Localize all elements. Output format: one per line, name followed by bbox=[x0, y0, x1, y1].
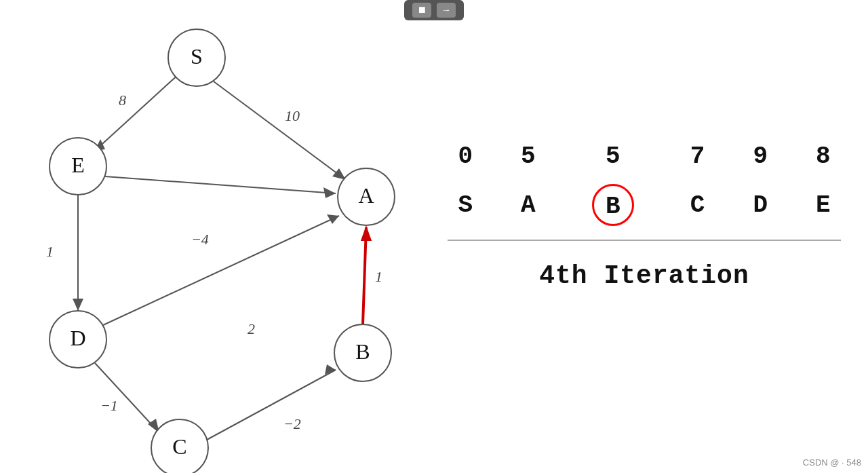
node-row: S A B C D E bbox=[434, 177, 854, 233]
node-A: A bbox=[497, 177, 560, 233]
svg-line-9 bbox=[105, 176, 336, 193]
iteration-label: 4th Iteration bbox=[434, 261, 854, 290]
svg-marker-10 bbox=[323, 187, 336, 198]
dist-D: 9 bbox=[729, 136, 792, 177]
svg-line-3 bbox=[214, 81, 346, 180]
node-S: S bbox=[434, 177, 497, 233]
node-D: D bbox=[729, 177, 792, 233]
dist-C: 7 bbox=[666, 136, 729, 177]
svg-text:B: B bbox=[355, 339, 370, 364]
svg-text:−1: −1 bbox=[100, 397, 118, 414]
node-C: C bbox=[666, 177, 729, 233]
distance-table: 0 5 5 7 9 8 S A B C D E bbox=[434, 136, 854, 233]
distance-row: 0 5 5 7 9 8 bbox=[434, 136, 854, 177]
svg-line-21 bbox=[363, 227, 366, 324]
svg-line-12 bbox=[102, 216, 339, 326]
svg-marker-13 bbox=[327, 214, 339, 224]
graph-svg: 8 10 1 −4 2 −1 −2 1 S E A D B C bbox=[0, 0, 441, 473]
svg-text:E: E bbox=[71, 153, 85, 177]
table-divider bbox=[448, 240, 841, 241]
svg-line-0 bbox=[95, 73, 180, 151]
svg-text:−2: −2 bbox=[283, 415, 301, 432]
svg-text:8: 8 bbox=[119, 92, 126, 109]
svg-text:2: 2 bbox=[248, 320, 255, 337]
distance-table-area: 0 5 5 7 9 8 S A B C D E 4th Iteration bbox=[434, 136, 854, 290]
node-E: E bbox=[791, 177, 854, 233]
svg-marker-7 bbox=[73, 299, 83, 311]
svg-text:1: 1 bbox=[46, 243, 54, 260]
svg-text:A: A bbox=[358, 183, 374, 208]
node-B-cell: B bbox=[559, 177, 666, 233]
svg-text:10: 10 bbox=[285, 107, 300, 124]
svg-line-18 bbox=[207, 370, 336, 440]
svg-text:S: S bbox=[191, 44, 203, 69]
svg-marker-23 bbox=[361, 225, 372, 241]
svg-text:−4: −4 bbox=[191, 231, 209, 248]
dist-B: 5 bbox=[559, 136, 666, 177]
svg-text:D: D bbox=[70, 326, 85, 350]
watermark: CSDN @ · 548 bbox=[803, 457, 861, 468]
dist-E: 8 bbox=[791, 136, 854, 177]
node-B-highlighted: B bbox=[592, 184, 634, 226]
svg-text:1: 1 bbox=[375, 268, 382, 285]
svg-text:C: C bbox=[172, 434, 186, 459]
dist-S: 0 bbox=[434, 136, 497, 177]
dist-A: 5 bbox=[497, 136, 560, 177]
